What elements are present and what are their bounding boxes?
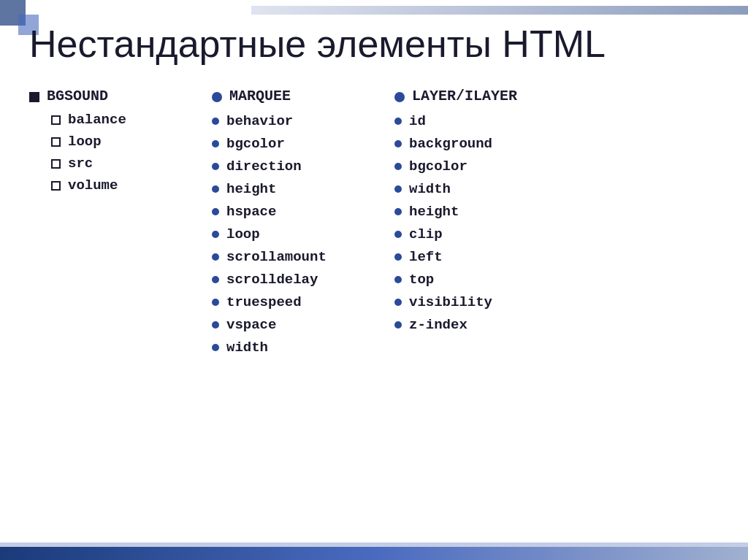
list-item: clip (394, 226, 555, 242)
dot-bullet (394, 163, 402, 170)
list-item: visibility (394, 294, 555, 310)
list-item: left (394, 249, 555, 265)
layer-item-bgcolor: bgcolor (409, 158, 468, 174)
dot-bullet (394, 276, 402, 283)
checkbox-bullet (51, 115, 61, 125)
bgsound-item-balance: balance (68, 112, 126, 128)
list-item: width (394, 181, 555, 197)
bgsound-section: BGSOUND balance loop src volume (29, 88, 190, 199)
bgsound-item-volume: volume (68, 177, 118, 193)
layer-item-visibility: visibility (409, 294, 492, 310)
marquee-bullet (212, 92, 222, 102)
marquee-item-direction: direction (226, 158, 302, 174)
list-item: background (394, 136, 555, 152)
bgsound-list: balance loop src volume (51, 112, 190, 193)
layer-item-background: background (409, 136, 492, 152)
marquee-item-truespeed: truespeed (226, 294, 302, 310)
checkbox-bullet (51, 181, 61, 191)
dot-bullet (394, 118, 402, 125)
dot-bullet (212, 208, 219, 215)
decorative-bar-top (251, 6, 748, 15)
decorative-bar-bottom (0, 547, 748, 560)
list-item: truespeed (212, 294, 380, 310)
dot-bullet (212, 118, 219, 125)
list-item: loop (212, 226, 380, 242)
list-item: src (51, 156, 190, 172)
layer-bullet (394, 92, 405, 102)
layer-item-z-index: z-index (409, 317, 468, 333)
dot-bullet (394, 321, 402, 329)
bgsound-bullet-square (29, 92, 39, 102)
dot-bullet (212, 231, 219, 238)
marquee-header: MARQUEE (212, 88, 380, 104)
dot-bullet (212, 140, 219, 147)
dot-bullet (394, 185, 402, 193)
marquee-item-scrollamount: scrollamount (226, 249, 327, 265)
list-item: balance (51, 112, 190, 128)
layer-item-left: left (409, 249, 443, 265)
main-content: Нестандартные элементы HTML BGSOUND bala… (29, 22, 733, 538)
layer-item-top: top (409, 272, 434, 288)
dot-bullet (394, 140, 402, 147)
dot-bullet (212, 321, 219, 329)
bgsound-item-src: src (68, 156, 93, 172)
list-item: bgcolor (212, 136, 380, 152)
layer-section: LAYER/ILAYER id background bgcolor widt (394, 88, 555, 340)
dot-bullet (212, 163, 219, 170)
list-item: scrolldelay (212, 272, 380, 288)
layer-item-width: width (409, 181, 451, 197)
list-item: loop (51, 134, 190, 150)
list-item: z-index (394, 317, 555, 333)
list-item: volume (51, 177, 190, 193)
checkbox-bullet (51, 159, 61, 169)
marquee-section: MARQUEE behavior bgcolor direction heig (212, 88, 380, 362)
marquee-item-vspace: vspace (226, 317, 276, 333)
list-item: height (212, 181, 380, 197)
dot-bullet (212, 276, 219, 283)
dot-bullet (212, 299, 219, 306)
list-item: width (212, 340, 380, 356)
decorative-bar-bottom2 (0, 542, 748, 547)
checkbox-bullet (51, 137, 61, 147)
bgsound-title: BGSOUND (47, 88, 108, 104)
list-item: top (394, 272, 555, 288)
dot-bullet (212, 185, 219, 193)
dot-bullet (212, 253, 219, 261)
columns-wrapper: BGSOUND balance loop src volume (29, 88, 733, 362)
list-item: direction (212, 158, 380, 174)
dot-bullet (394, 208, 402, 215)
list-item: vspace (212, 317, 380, 333)
marquee-list: behavior bgcolor direction height hspace (212, 113, 380, 356)
marquee-title: MARQUEE (229, 88, 291, 104)
layer-header: LAYER/ILAYER (394, 88, 555, 104)
page-title: Нестандартные элементы HTML (29, 22, 733, 66)
marquee-item-loop: loop (226, 226, 260, 242)
dot-bullet (212, 344, 219, 351)
marquee-item-scrolldelay: scrolldelay (226, 272, 318, 288)
list-item: behavior (212, 113, 380, 129)
marquee-item-hspace: hspace (226, 204, 276, 220)
layer-title: LAYER/ILAYER (412, 88, 517, 104)
bgsound-item-loop: loop (68, 134, 102, 150)
marquee-item-bgcolor: bgcolor (226, 136, 285, 152)
list-item: height (394, 204, 555, 220)
marquee-item-behavior: behavior (226, 113, 293, 129)
dot-bullet (394, 231, 402, 238)
bgsound-header: BGSOUND (29, 88, 190, 104)
layer-item-height: height (409, 204, 459, 220)
dot-bullet (394, 299, 402, 306)
marquee-item-width: width (226, 340, 268, 356)
layer-list: id background bgcolor width height (394, 113, 555, 333)
layer-item-clip: clip (409, 226, 443, 242)
list-item: bgcolor (394, 158, 555, 174)
list-item: id (394, 113, 555, 129)
dot-bullet (394, 253, 402, 261)
list-item: scrollamount (212, 249, 380, 265)
marquee-item-height: height (226, 181, 276, 197)
layer-item-id: id (409, 113, 426, 129)
list-item: hspace (212, 204, 380, 220)
